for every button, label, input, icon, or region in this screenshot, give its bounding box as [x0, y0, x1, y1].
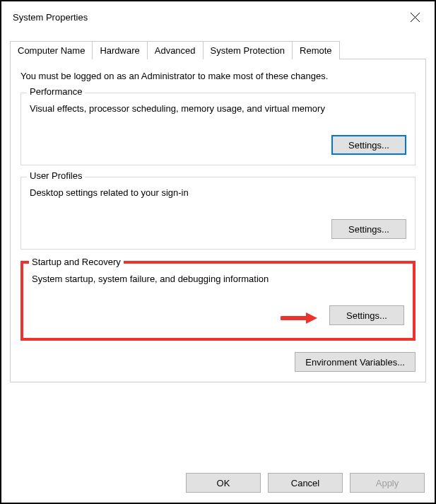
tab-computer-name[interactable]: Computer Name: [10, 41, 93, 59]
ok-button[interactable]: OK: [186, 473, 261, 493]
dialog-button-row: OK Cancel Apply: [186, 473, 425, 493]
cancel-button[interactable]: Cancel: [268, 473, 343, 493]
user-profiles-settings-button[interactable]: Settings...: [331, 219, 406, 239]
performance-settings-button[interactable]: Settings...: [331, 135, 406, 155]
group-user-profiles-title: User Profiles: [27, 170, 85, 181]
tab-remote[interactable]: Remote: [293, 41, 340, 59]
startup-recovery-settings-button[interactable]: Settings...: [329, 305, 404, 325]
group-startup-recovery-desc: System startup, system failure, and debu…: [32, 274, 404, 284]
group-user-profiles-desc: Desktop settings related to your sign-in: [30, 187, 406, 198]
apply-button[interactable]: Apply: [350, 473, 425, 493]
arrow-icon: [281, 311, 317, 325]
close-icon: [411, 13, 420, 22]
tab-system-protection[interactable]: System Protection: [204, 41, 293, 59]
tab-panel-advanced: You must be logged on as an Administrato…: [10, 59, 426, 382]
intro-text: You must be logged on as an Administrato…: [20, 71, 416, 81]
group-performance: Performance Visual effects, processor sc…: [20, 93, 416, 165]
tab-strip: Computer Name Hardware Advanced System P…: [1, 41, 435, 59]
group-performance-desc: Visual effects, processor scheduling, me…: [30, 103, 406, 114]
window-title: System Properties: [13, 12, 88, 23]
group-user-profiles: User Profiles Desktop settings related t…: [20, 177, 416, 250]
group-startup-recovery: Startup and Recovery System startup, sys…: [20, 261, 416, 341]
tab-advanced[interactable]: Advanced: [148, 41, 204, 59]
annotation-arrow: [281, 311, 317, 325]
environment-variables-button[interactable]: Environment Variables...: [295, 352, 416, 372]
titlebar: System Properties: [1, 1, 435, 33]
close-button[interactable]: [403, 7, 426, 27]
group-startup-recovery-title: Startup and Recovery: [29, 257, 124, 267]
group-performance-title: Performance: [27, 86, 85, 97]
tab-hardware[interactable]: Hardware: [93, 41, 147, 59]
svg-marker-3: [306, 312, 317, 324]
